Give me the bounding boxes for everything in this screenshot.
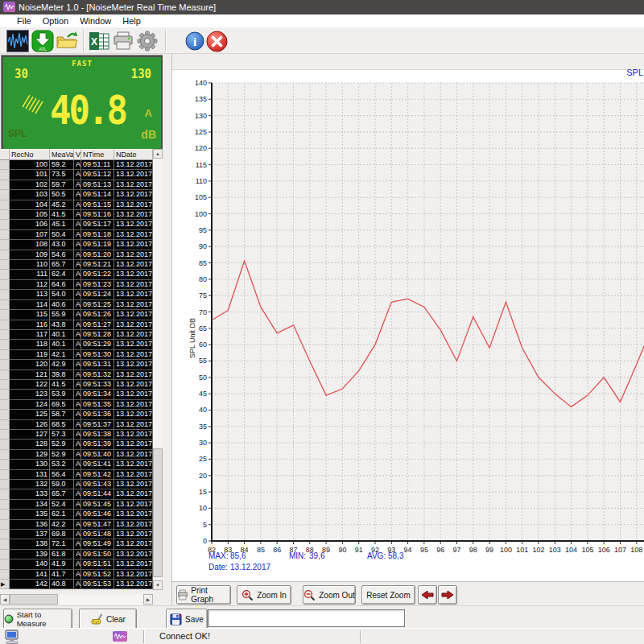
- menu-file[interactable]: File: [17, 16, 31, 26]
- row-selector[interactable]: [0, 170, 10, 180]
- table-row[interactable]: 13872.1A09:51:4913.12.2017: [0, 539, 153, 549]
- save-button[interactable]: Save: [166, 609, 208, 630]
- table-vscrollbar-thumb[interactable]: [153, 448, 163, 577]
- table-header-meaval[interactable]: MeaVal: [50, 149, 74, 160]
- row-selector[interactable]: [0, 559, 10, 569]
- zoom-in-button[interactable]: Zoom In: [237, 585, 291, 605]
- table-row[interactable]: 11264.6A09:51:2313.12.2017: [0, 280, 153, 290]
- row-selector[interactable]: [0, 180, 10, 190]
- table-scroll-down-button[interactable]: ▼: [153, 580, 163, 590]
- table-row[interactable]: 12952.9A09:51:4013.12.2017: [0, 450, 153, 460]
- table-row[interactable]: 13769.8A09:51:4813.12.2017: [0, 530, 153, 539]
- row-selector[interactable]: [0, 480, 10, 489]
- table-header-v[interactable]: V: [74, 149, 81, 160]
- row-selector[interactable]: [0, 280, 10, 290]
- settings-gear-icon[interactable]: [136, 30, 159, 52]
- menu-help[interactable]: Help: [122, 16, 141, 26]
- row-selector[interactable]: [0, 450, 10, 460]
- table-row[interactable]: 13961.8A09:51:5013.12.2017: [0, 550, 153, 559]
- row-selector[interactable]: [0, 430, 10, 440]
- row-selector[interactable]: [0, 290, 10, 299]
- row-selector[interactable]: [0, 260, 10, 270]
- table-row[interactable]: 10259.7A09:51:1313.12.2017: [0, 180, 153, 190]
- table-row[interactable]: 12852.9A09:51:3913.12.2017: [0, 440, 153, 449]
- scroll-chart-right-button[interactable]: [438, 585, 457, 605]
- row-selector[interactable]: [0, 380, 10, 390]
- table-row[interactable]: 10541.5A09:51:1613.12.2017: [0, 210, 153, 220]
- table-row[interactable]: 13642.2A09:51:4713.12.2017: [0, 520, 153, 530]
- scroll-chart-left-button[interactable]: [418, 585, 437, 605]
- info-icon[interactable]: i: [185, 31, 204, 51]
- table-row[interactable]: 12668.5A09:51:3713.12.2017: [0, 420, 153, 430]
- table-row[interactable]: 13452.4A09:51:4513.12.2017: [0, 500, 153, 510]
- row-selector[interactable]: [0, 420, 10, 430]
- menu-option[interactable]: Option: [43, 16, 68, 26]
- clear-button[interactable]: Clear: [79, 609, 137, 630]
- row-selector[interactable]: [0, 340, 10, 349]
- open-file-icon[interactable]: [56, 30, 78, 52]
- zoom-out-button[interactable]: Zoom Out: [303, 585, 356, 605]
- start-measure-button[interactable]: Start to Measure: [3, 609, 72, 630]
- row-selector[interactable]: [0, 470, 10, 480]
- row-selector[interactable]: [0, 520, 10, 530]
- table-row[interactable]: 13156.4A09:51:4213.12.2017: [0, 470, 153, 480]
- row-selector[interactable]: [0, 300, 10, 310]
- app-icon[interactable]: [3, 2, 15, 12]
- table-row[interactable]: 10843.0A09:51:1913.12.2017: [0, 240, 153, 250]
- table-row[interactable]: 11162.4A09:51:2213.12.2017: [0, 270, 153, 279]
- row-selector[interactable]: [0, 400, 10, 410]
- table-row[interactable]: 11065.7A09:51:2113.12.2017: [0, 260, 153, 270]
- table-row[interactable]: 11840.1A09:51:2913.12.2017: [0, 340, 153, 349]
- row-selector[interactable]: [0, 220, 10, 229]
- table-row[interactable]: 10645.1A09:51:1713.12.2017: [0, 220, 153, 229]
- row-selector[interactable]: [0, 230, 10, 240]
- table-row[interactable]: ▶14240.8A09:51:5313.12.2017: [0, 580, 153, 589]
- row-selector[interactable]: [0, 530, 10, 539]
- panel-splitter[interactable]: [163, 54, 171, 605]
- table-row[interactable]: 12139.8A09:51:3213.12.2017: [0, 370, 153, 380]
- row-selector[interactable]: [0, 160, 10, 170]
- table-row[interactable]: 14041.9A09:51:5113.12.2017: [0, 559, 153, 569]
- table-hscrollbar-thumb[interactable]: [10, 594, 58, 605]
- row-selector[interactable]: [0, 570, 10, 580]
- table-row[interactable]: 12469.5A09:51:3513.12.2017: [0, 400, 153, 410]
- save-filename-input[interactable]: [208, 609, 405, 627]
- print-icon[interactable]: [112, 30, 134, 52]
- row-selector[interactable]: [0, 550, 10, 559]
- waveform-display-icon[interactable]: [6, 30, 29, 52]
- table-row[interactable]: 11440.6A09:51:2513.12.2017: [0, 300, 153, 310]
- exit-icon[interactable]: [206, 31, 228, 52]
- table-row[interactable]: 12241.5A09:51:3313.12.2017: [0, 380, 153, 390]
- row-selector[interactable]: [0, 190, 10, 200]
- row-selector[interactable]: [0, 350, 10, 360]
- row-selector[interactable]: [0, 240, 10, 250]
- row-selector[interactable]: [0, 360, 10, 369]
- table-row[interactable]: 10954.6A09:51:2013.12.2017: [0, 250, 153, 260]
- row-selector[interactable]: [0, 250, 10, 260]
- row-selector[interactable]: [0, 440, 10, 449]
- row-selector[interactable]: [0, 390, 10, 399]
- table-row[interactable]: 11354.0A09:51:2413.12.2017: [0, 290, 153, 299]
- row-selector[interactable]: [0, 410, 10, 419]
- table-row[interactable]: 10173.5A09:51:1213.12.2017: [0, 170, 153, 180]
- row-selector[interactable]: [0, 370, 10, 380]
- table-row[interactable]: 12353.9A09:51:3413.12.2017: [0, 390, 153, 399]
- table-row[interactable]: 11643.8A09:51:2713.12.2017: [0, 320, 153, 330]
- row-selector[interactable]: [0, 489, 10, 499]
- excel-export-icon[interactable]: X: [88, 30, 110, 52]
- table-row[interactable]: 12042.9A09:51:3113.12.2017: [0, 360, 153, 369]
- table-row[interactable]: 10445.2A09:51:1513.12.2017: [0, 200, 153, 210]
- table-row[interactable]: 10750.4A09:51:1813.12.2017: [0, 230, 153, 240]
- table-header-ndate[interactable]: NDate: [114, 149, 153, 160]
- row-selector[interactable]: [0, 510, 10, 519]
- table-row[interactable]: 10059.2A09:51:1113.12.2017: [0, 160, 153, 170]
- row-selector[interactable]: [0, 320, 10, 330]
- table-row[interactable]: 13365.7A09:51:4413.12.2017: [0, 489, 153, 499]
- row-selector[interactable]: [0, 310, 10, 320]
- table-row[interactable]: 11740.1A09:51:2813.12.2017: [0, 330, 153, 340]
- row-selector[interactable]: [0, 270, 10, 279]
- row-selector[interactable]: [0, 539, 10, 549]
- table-scroll-up-button[interactable]: ▲: [153, 149, 163, 159]
- table-scroll-left-button[interactable]: ◀: [0, 594, 10, 605]
- row-selector[interactable]: ▶: [0, 580, 10, 589]
